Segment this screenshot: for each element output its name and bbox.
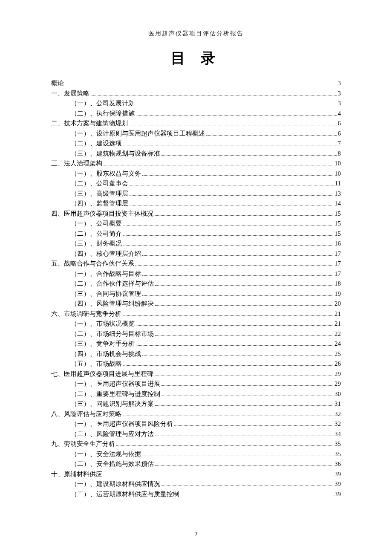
toc-leader-dots xyxy=(142,351,333,356)
toc-entry-page: 18 xyxy=(334,280,341,287)
toc-entry-label: 五、战略合作与合作伙伴关系 xyxy=(51,260,134,267)
toc-leader-dots xyxy=(123,141,337,145)
toc-leader-dots xyxy=(155,281,333,286)
toc-entry: （一）、合作战略与目标17 xyxy=(51,271,341,277)
toc-leader-dots xyxy=(142,251,333,256)
toc-entry-page: 39 xyxy=(334,471,341,477)
toc-entry: （三）、问题识别与解决方案31 xyxy=(51,401,341,407)
toc-leader-dots xyxy=(123,231,333,236)
toc-entry: （二）、建设选项7 xyxy=(51,140,341,147)
toc-leader-dots xyxy=(123,221,333,225)
toc-leader-dots xyxy=(123,361,333,366)
toc-entry: （四）、监督管理层14 xyxy=(51,200,341,207)
toc-entry: （二）、重要里程碑与进度控制30 xyxy=(51,391,341,397)
toc-leader-dots xyxy=(174,421,333,426)
toc-entry-label: 一、发展策略 xyxy=(51,90,89,97)
toc-entry: 概论3 xyxy=(51,80,341,87)
toc-entry: （二）、合作伙伴选择与评估18 xyxy=(51,280,341,287)
toc-entry: （一）、医用超声仪器项目风险分析32 xyxy=(51,421,341,427)
toc-entry-page: 29 xyxy=(334,381,341,387)
toc-entry-label: （一）、公司发展计划 xyxy=(71,100,135,107)
toc-entry: （三）、建筑物规划与设备标准8 xyxy=(51,150,341,157)
toc-entry-page: 6 xyxy=(338,120,341,127)
toc-entry-page: 39 xyxy=(334,491,341,497)
toc-entry-label: 七、医用超声仪器项目进展与里程碑 xyxy=(51,371,153,377)
toc-entry-page: 15 xyxy=(334,220,341,227)
toc-entry-page: 8 xyxy=(338,150,341,157)
toc-entry-page: 36 xyxy=(334,461,341,467)
toc-leader-dots xyxy=(161,381,333,386)
toc-entry-label: （二）、公司董事会 xyxy=(71,180,128,187)
toc-entry-page: 35 xyxy=(334,441,341,447)
toc-entry: 七、医用超声仪器项目进展与里程碑29 xyxy=(51,371,341,377)
toc-entry-page: 7 xyxy=(338,140,341,147)
toc-entry-page: 10 xyxy=(334,160,341,167)
toc-entry-page: 34 xyxy=(334,431,341,437)
toc-entry-label: （一）、医用超声仪器项目风险分析 xyxy=(71,421,173,427)
toc-entry: 六、市场调研与竞争分析21 xyxy=(51,311,341,317)
toc-leader-dots xyxy=(155,401,333,406)
toc-entry: （二）、公司董事会11 xyxy=(51,180,341,187)
toc-entry-label: 三、法人治理架构 xyxy=(51,160,102,167)
toc-leader-dots xyxy=(155,461,333,466)
toc-entry-page: 16 xyxy=(334,240,341,247)
toc-entry-label: 十、原辅材料供应 xyxy=(51,471,102,477)
toc-entry-label: （二）、运营期原材料供应与质量控制 xyxy=(71,491,179,497)
toc-entry: （一）、市场状况概览21 xyxy=(51,321,341,327)
toc-leader-dots xyxy=(136,341,333,346)
toc-leader-dots xyxy=(130,201,333,205)
toc-entry-label: （三）、问题识别与解决方案 xyxy=(71,401,154,407)
toc-leader-dots xyxy=(65,81,337,85)
toc-entry: （二）、风险管理与应对方法34 xyxy=(51,431,341,437)
page-number: 2 xyxy=(0,531,392,538)
toc-entry: （一）、股东权益与义务10 xyxy=(51,171,341,177)
toc-entry-page: 30 xyxy=(334,391,341,397)
toc-entry-label: （二）、合作伙伴选择与评估 xyxy=(71,280,154,287)
toc-entry-label: （一）、安全法规与依据 xyxy=(71,451,141,457)
toc-entry-page: 29 xyxy=(334,371,341,377)
toc-leader-dots xyxy=(161,391,333,396)
toc-entry-label: （三）、竞争对手分析 xyxy=(71,341,135,347)
toc-entry-page: 35 xyxy=(334,451,341,457)
toc-entry-label: （三）、高级管理层 xyxy=(71,191,128,197)
toc-entry: 九、劳动安全生产分析35 xyxy=(51,441,341,447)
toc-entry-page: 25 xyxy=(334,351,341,357)
toc-entry: （五）、市场战略26 xyxy=(51,361,341,367)
toc-entry: 八、风险评估与应对策略32 xyxy=(51,411,341,417)
toc-entry: （三）、合同与协议管理19 xyxy=(51,291,341,297)
toc-entry: （一）、安全法规与依据35 xyxy=(51,451,341,457)
toc-entry: 二、技术方案与建筑物规划6 xyxy=(51,120,341,127)
toc-entry-page: 14 xyxy=(334,200,341,207)
toc-entry: （二）、公司简介15 xyxy=(51,231,341,237)
toc-entry: 五、战略合作与合作伙伴关系17 xyxy=(51,260,341,267)
toc-leader-dots xyxy=(123,241,333,246)
toc-entry-page: 11 xyxy=(335,180,341,187)
toc-entry: （三）、高级管理层13 xyxy=(51,191,341,197)
toc-entry-label: （二）、执行保障措施 xyxy=(71,110,135,117)
toc-entry-label: 概论 xyxy=(51,80,64,87)
toc-entry: （一）、公司概要15 xyxy=(51,220,341,227)
toc-leader-dots xyxy=(129,121,337,125)
toc-entry-page: 21 xyxy=(334,321,341,327)
toc-entry-label: （四）、监督管理层 xyxy=(71,200,128,207)
toc-entry-label: （四）、核心管理层介绍 xyxy=(71,251,141,257)
toc-leader-dots xyxy=(206,131,337,136)
toc-entry-label: （三）、建筑物规划与设备标准 xyxy=(71,150,160,157)
toc-leader-dots xyxy=(181,491,333,496)
toc-entry-page: 3 xyxy=(338,80,341,87)
toc-leader-dots xyxy=(155,211,333,216)
toc-entry-page: 32 xyxy=(334,421,341,427)
toc-leader-dots xyxy=(104,471,333,476)
toc-entry: （四）、风险管理与纠纷解决20 xyxy=(51,301,341,307)
toc-entry-label: （一）、医用超声仪器项目进展 xyxy=(71,381,160,387)
toc-entry-page: 31 xyxy=(334,401,341,407)
toc-entry-page: 3 xyxy=(338,100,341,107)
toc-leader-dots xyxy=(130,181,334,185)
toc-leader-dots xyxy=(155,301,333,306)
toc-leader-dots xyxy=(136,111,337,116)
toc-entry-page: 24 xyxy=(334,341,341,347)
toc-entry: 三、法人治理架构10 xyxy=(51,160,341,167)
toc-leader-dots xyxy=(123,411,333,416)
toc-entry-label: 四、医用超声仪器项目投资主体概况 xyxy=(51,211,153,217)
toc-entry-page: 6 xyxy=(338,130,341,137)
